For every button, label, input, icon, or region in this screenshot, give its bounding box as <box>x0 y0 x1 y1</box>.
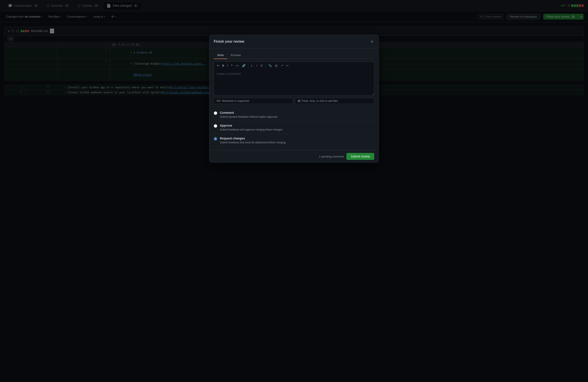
review-option-comment: Comment Submit general feedback without … <box>214 108 374 121</box>
toolbar-unordered-list-btn[interactable]: • <box>255 63 259 68</box>
toolbar-quote-btn[interactable]: ❝ <box>230 63 234 68</box>
modal-footer: 1 pending comment Submit review <box>210 150 378 163</box>
option-request-changes-desc: Submit feedback that must be addressed b… <box>220 141 286 144</box>
option-request-changes-text: Request changes Submit feedback that mus… <box>220 137 286 144</box>
radio-request-changes[interactable] <box>214 137 217 141</box>
review-options: Comment Submit general feedback without … <box>214 108 374 147</box>
comment-textarea[interactable] <box>214 69 374 95</box>
toolbar-task-list-btn[interactable]: ☑ <box>259 63 264 68</box>
review-option-request-changes: Request changes Submit feedback that mus… <box>214 134 374 147</box>
submit-review-btn[interactable]: Submit review <box>346 153 374 160</box>
markdown-info: MD Markdown is supported <box>214 98 293 104</box>
toolbar-reference-btn[interactable]: ↗ <box>279 63 284 68</box>
toolbar-code-btn[interactable]: <> <box>234 63 240 68</box>
option-comment-desc: Submit general feedback without explicit… <box>220 115 278 118</box>
toolbar-undo-btn[interactable]: ↩ <box>285 63 290 68</box>
attachment-info[interactable]: 🖼 Paste, drop, or click to add files <box>295 98 374 104</box>
attachment-label: Paste, drop, or click to add files <box>302 99 338 103</box>
toolbar-divider-2 <box>266 64 266 68</box>
toolbar-mention-btn[interactable]: @ <box>273 63 279 68</box>
modal-header: Finish your review × <box>210 35 378 48</box>
modal-close-btn[interactable]: × <box>370 39 374 44</box>
review-modal: Finish your review × Write Preview H B I… <box>209 35 379 163</box>
image-icon: 🖼 <box>298 99 300 103</box>
toolbar-heading-btn[interactable]: H <box>216 63 220 68</box>
toolbar-attach-btn[interactable]: 📎 <box>267 63 273 68</box>
editor-footer: MD Markdown is supported 🖼 Paste, drop, … <box>214 98 374 104</box>
markdown-label: Markdown is supported <box>222 99 249 103</box>
toolbar-ordered-list-btn[interactable]: 1. <box>250 63 255 68</box>
toolbar-bold-btn[interactable]: B <box>221 63 225 68</box>
toolbar-divider-1 <box>248 64 248 68</box>
pending-comment-text: 1 pending comment <box>319 155 344 158</box>
modal-body: Write Preview H B I ❝ <> 🔗 1. • ☑ 📎 @ ↗ … <box>210 48 378 150</box>
modal-title: Finish your review <box>214 40 244 43</box>
option-approve-desc: Submit feedback and approve merging thes… <box>220 128 283 131</box>
review-option-approve: Approve Submit feedback and approve merg… <box>214 121 374 134</box>
option-comment-label[interactable]: Comment <box>220 111 278 114</box>
toolbar-link-btn[interactable]: 🔗 <box>241 63 247 68</box>
option-comment-text: Comment Submit general feedback without … <box>220 111 278 118</box>
option-approve-text: Approve Submit feedback and approve merg… <box>220 124 283 131</box>
radio-approve[interactable] <box>214 124 217 128</box>
editor-tabs: Write Preview <box>214 52 374 59</box>
toolbar-italic-btn[interactable]: I <box>226 63 230 68</box>
editor-tab-write[interactable]: Write <box>214 52 227 59</box>
markdown-icon: MD <box>217 99 221 103</box>
radio-comment[interactable] <box>214 111 217 115</box>
option-request-changes-label[interactable]: Request changes <box>220 137 286 140</box>
option-approve-label[interactable]: Approve <box>220 124 283 127</box>
editor-toolbar: H B I ❝ <> 🔗 1. • ☑ 📎 @ ↗ ↩ <box>214 62 374 69</box>
editor-tab-preview[interactable]: Preview <box>227 52 244 59</box>
